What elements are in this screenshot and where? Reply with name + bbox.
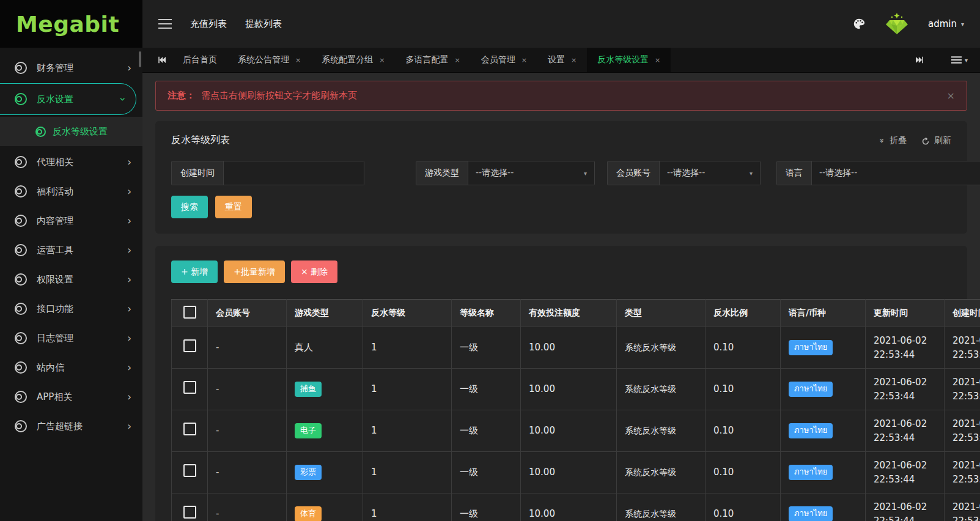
table-wrap: 会员账号游戏类型反水等级等级名称有效投注额度类型反水比例语言/币种更新时间创建时… bbox=[155, 283, 967, 521]
reset-button[interactable]: 重置 bbox=[215, 196, 252, 218]
cell-ratio: 0.10 bbox=[706, 327, 781, 369]
row-checkbox[interactable] bbox=[183, 423, 196, 435]
table-row: - 真人 1 一级 10.00 系统反水等级 0.10 ภาษาไทย 2021… bbox=[172, 327, 980, 369]
ring-icon bbox=[15, 420, 27, 432]
filter-field[interactable] bbox=[224, 161, 364, 185]
filter-field[interactable]: --请选择-- bbox=[468, 161, 594, 185]
filter-value: --请选择-- bbox=[476, 168, 514, 179]
sidebar-item[interactable]: 内容管理 bbox=[0, 207, 142, 235]
language-badge: ภาษาไทย bbox=[789, 340, 833, 355]
cell-rebate-level: 1 bbox=[363, 369, 452, 410]
row-checkbox[interactable] bbox=[183, 381, 196, 394]
tab[interactable]: 系统公告管理 × bbox=[227, 48, 311, 72]
brand-logo[interactable]: Megabit bbox=[0, 0, 142, 48]
tab[interactable]: 设置 × bbox=[537, 48, 587, 72]
tab[interactable]: 多语言配置 × bbox=[395, 48, 470, 72]
ring-icon bbox=[15, 244, 27, 256]
game-type-badge: 体育 bbox=[295, 506, 322, 521]
filter-field[interactable]: --请选择-- bbox=[660, 161, 760, 185]
filter-group: 语言 --请选择-- bbox=[776, 161, 980, 185]
alert-close-icon[interactable]: × bbox=[947, 90, 955, 102]
refresh-label: 刷新 bbox=[934, 135, 951, 146]
tabs-scroll-left-icon[interactable] bbox=[151, 48, 172, 72]
collapse-label: 折叠 bbox=[890, 135, 907, 146]
tab[interactable]: 系统配置分组 × bbox=[311, 48, 395, 72]
sidebar-scrollbar-thumb[interactable] bbox=[139, 51, 141, 67]
cell-account: - bbox=[208, 493, 287, 521]
tabs-scroll-right-icon[interactable] bbox=[909, 56, 930, 64]
cell-rebate-level: 1 bbox=[363, 327, 452, 369]
topbar-nav-link[interactable]: 充值列表 bbox=[190, 18, 227, 30]
row-checkbox[interactable] bbox=[183, 506, 196, 519]
column-header: 游戏类型 bbox=[287, 300, 363, 327]
ring-icon bbox=[15, 361, 27, 374]
tab[interactable]: 后台首页 bbox=[172, 48, 227, 72]
sidebar-item[interactable]: 财务管理 bbox=[0, 54, 142, 82]
sidebar-item[interactable]: 日志管理 bbox=[0, 324, 142, 352]
cell-game-type: 真人 bbox=[287, 327, 363, 369]
row-checkbox[interactable] bbox=[183, 464, 196, 477]
cell-game-type: 捕鱼 bbox=[287, 369, 363, 410]
cell-rebate-level: 1 bbox=[363, 452, 452, 493]
sidebar-item[interactable]: APP相关 bbox=[0, 383, 142, 411]
cell-game-type: 彩票 bbox=[287, 452, 363, 493]
filter-field[interactable]: --请选择-- bbox=[812, 161, 980, 185]
sidebar-item[interactable]: 福利活动 bbox=[0, 177, 142, 205]
delete-button[interactable]: × 删除 bbox=[291, 260, 337, 283]
sidebar-item[interactable]: 代理相关 bbox=[0, 148, 142, 176]
select-all-checkbox[interactable] bbox=[183, 306, 196, 319]
tab[interactable]: 会员管理 × bbox=[471, 48, 537, 72]
column-header: 反水等级 bbox=[363, 300, 452, 327]
tab-close-icon[interactable]: × bbox=[295, 56, 301, 64]
language-badge: ภาษาไทย bbox=[789, 382, 833, 397]
column-header: 类型 bbox=[617, 300, 706, 327]
tab-label: 设置 bbox=[548, 54, 565, 65]
rebate-levels-table: 会员账号游戏类型反水等级等级名称有效投注额度类型反水比例语言/币种更新时间创建时… bbox=[171, 299, 980, 521]
table-action-label: × 删除 bbox=[301, 267, 328, 278]
tab-label: 反水等级设置 bbox=[597, 54, 649, 65]
language-badge: ภาษาไทย bbox=[789, 506, 833, 521]
topbar-nav-link[interactable]: 提款列表 bbox=[245, 18, 282, 30]
tab[interactable]: 反水等级设置 × bbox=[587, 48, 671, 72]
batch-add-button[interactable]: +批量新增 bbox=[224, 260, 285, 283]
sidebar-item[interactable]: 反水设置 bbox=[0, 83, 136, 115]
tab-close-icon[interactable]: × bbox=[521, 56, 527, 64]
cell-language: ภาษาไทย bbox=[781, 452, 866, 493]
collapse-button[interactable]: 折叠 bbox=[880, 135, 907, 146]
ring-icon bbox=[15, 185, 27, 198]
refresh-button[interactable]: 刷新 bbox=[921, 135, 951, 146]
row-checkbox[interactable] bbox=[183, 339, 196, 352]
tab-close-icon[interactable]: × bbox=[571, 56, 577, 64]
tabs-menu-icon[interactable] bbox=[945, 56, 974, 64]
theme-palette-icon[interactable] bbox=[852, 17, 866, 31]
topbar-nav: 充值列表提款列表 bbox=[190, 18, 282, 30]
tab-close-icon[interactable]: × bbox=[379, 56, 385, 64]
sidebar-item[interactable]: 接口功能 bbox=[0, 295, 142, 323]
tab-close-icon[interactable]: × bbox=[655, 56, 660, 64]
add-button[interactable]: + 新增 bbox=[171, 260, 218, 283]
sidebar-toggle-button[interactable] bbox=[158, 19, 172, 29]
game-type-badge: 彩票 bbox=[295, 465, 322, 480]
sidebar-item[interactable]: 运营工具 bbox=[0, 236, 142, 264]
cell-account: - bbox=[208, 369, 287, 410]
sidebar-item[interactable]: 站内信 bbox=[0, 353, 142, 382]
cell-type: 系统反水等级 bbox=[617, 369, 706, 410]
sidebar-item[interactable]: 权限设置 bbox=[0, 265, 142, 294]
search-button[interactable]: 搜索 bbox=[171, 196, 208, 218]
sidebar-item[interactable]: 广告超链接 bbox=[0, 412, 142, 440]
filter-group: 游戏类型 --请选择-- bbox=[416, 161, 595, 185]
gem-diamond-icon[interactable] bbox=[884, 12, 910, 35]
cell-account: - bbox=[208, 410, 287, 452]
filter-actions: 搜索 重置 bbox=[155, 185, 967, 234]
sidebar-item-label: 代理相关 bbox=[37, 157, 127, 168]
user-menu[interactable]: admin bbox=[928, 18, 964, 29]
cell-language: ภาษาไทย bbox=[781, 493, 866, 521]
sidebar-item-label: 站内信 bbox=[37, 362, 127, 374]
tabbar-right bbox=[909, 48, 980, 72]
table-panel: + 新增+批量新增× 删除 会员账号游戏类型反水等级等级名称有效投注额度类型反水… bbox=[155, 246, 967, 521]
main-column: 充值列表提款列表 bbox=[142, 0, 980, 521]
cell-rebate-level: 1 bbox=[363, 493, 452, 521]
tab-close-icon[interactable]: × bbox=[454, 56, 460, 64]
chevron-icon bbox=[127, 333, 131, 344]
sidebar-subitem[interactable]: 反水等级设置 bbox=[0, 117, 142, 146]
